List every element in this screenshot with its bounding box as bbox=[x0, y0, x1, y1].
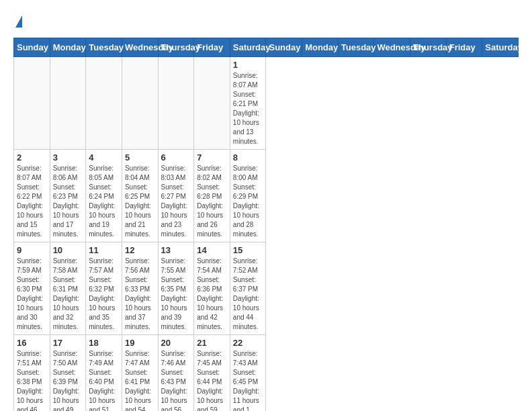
calendar-cell: 15Sunrise: 7:52 AM Sunset: 6:37 PM Dayli… bbox=[230, 242, 266, 335]
day-number: 14 bbox=[197, 245, 227, 255]
calendar-day-header: Sunday bbox=[14, 38, 50, 57]
day-info: Sunrise: 7:55 AM Sunset: 6:35 PM Dayligh… bbox=[161, 257, 191, 332]
day-number: 22 bbox=[233, 338, 263, 348]
logo-triangle-icon bbox=[15, 15, 22, 28]
calendar-cell: 14Sunrise: 7:54 AM Sunset: 6:36 PM Dayli… bbox=[194, 242, 230, 335]
calendar-cell: 21Sunrise: 7:45 AM Sunset: 6:44 PM Dayli… bbox=[194, 335, 230, 412]
day-info: Sunrise: 7:43 AM Sunset: 6:45 PM Dayligh… bbox=[233, 349, 263, 411]
day-number: 10 bbox=[53, 245, 83, 255]
logo bbox=[13, 13, 22, 31]
day-number: 9 bbox=[17, 245, 47, 255]
calendar-week-row: 16Sunrise: 7:51 AM Sunset: 6:38 PM Dayli… bbox=[14, 335, 519, 412]
calendar-week-row: 1Sunrise: 8:07 AM Sunset: 6:21 PM Daylig… bbox=[14, 57, 519, 150]
calendar-cell: 18Sunrise: 7:49 AM Sunset: 6:40 PM Dayli… bbox=[86, 335, 122, 412]
day-info: Sunrise: 7:46 AM Sunset: 6:43 PM Dayligh… bbox=[161, 349, 191, 411]
calendar-cell: 13Sunrise: 7:55 AM Sunset: 6:35 PM Dayli… bbox=[158, 242, 194, 335]
day-info: Sunrise: 8:04 AM Sunset: 6:25 PM Dayligh… bbox=[125, 164, 155, 239]
day-number: 15 bbox=[233, 245, 263, 255]
calendar-cell: 6Sunrise: 8:03 AM Sunset: 6:27 PM Daylig… bbox=[158, 150, 194, 242]
day-info: Sunrise: 7:56 AM Sunset: 6:33 PM Dayligh… bbox=[125, 257, 155, 332]
day-number: 8 bbox=[233, 152, 263, 163]
day-info: Sunrise: 8:06 AM Sunset: 6:23 PM Dayligh… bbox=[53, 164, 83, 239]
day-number: 20 bbox=[161, 338, 191, 348]
calendar-cell: 22Sunrise: 7:43 AM Sunset: 6:45 PM Dayli… bbox=[230, 335, 266, 412]
weekday-header: Friday bbox=[446, 38, 482, 57]
calendar-cell bbox=[14, 57, 50, 150]
calendar-cell: 9Sunrise: 7:59 AM Sunset: 6:30 PM Daylig… bbox=[14, 242, 50, 335]
day-info: Sunrise: 8:05 AM Sunset: 6:24 PM Dayligh… bbox=[89, 164, 119, 239]
calendar-day-header: Thursday bbox=[158, 38, 194, 57]
day-number: 13 bbox=[161, 245, 191, 255]
calendar-cell bbox=[122, 57, 158, 150]
calendar-week-row: 2Sunrise: 8:07 AM Sunset: 6:22 PM Daylig… bbox=[14, 150, 519, 242]
day-info: Sunrise: 7:59 AM Sunset: 6:30 PM Dayligh… bbox=[17, 257, 47, 332]
day-info: Sunrise: 8:02 AM Sunset: 6:28 PM Dayligh… bbox=[197, 164, 227, 239]
calendar-cell: 20Sunrise: 7:46 AM Sunset: 6:43 PM Dayli… bbox=[158, 335, 194, 412]
calendar-table: SundayMondayTuesdayWednesdayThursdayFrid… bbox=[13, 38, 519, 411]
day-number: 5 bbox=[125, 152, 155, 163]
calendar-cell: 19Sunrise: 7:47 AM Sunset: 6:41 PM Dayli… bbox=[122, 335, 158, 412]
calendar-cell: 5Sunrise: 8:04 AM Sunset: 6:25 PM Daylig… bbox=[122, 150, 158, 242]
calendar-cell: 4Sunrise: 8:05 AM Sunset: 6:24 PM Daylig… bbox=[86, 150, 122, 242]
day-number: 7 bbox=[197, 152, 227, 163]
day-number: 2 bbox=[17, 152, 47, 163]
calendar-cell: 11Sunrise: 7:57 AM Sunset: 6:32 PM Dayli… bbox=[86, 242, 122, 335]
weekday-header: Tuesday bbox=[338, 38, 374, 57]
calendar-cell: 12Sunrise: 7:56 AM Sunset: 6:33 PM Dayli… bbox=[122, 242, 158, 335]
day-info: Sunrise: 7:51 AM Sunset: 6:38 PM Dayligh… bbox=[17, 349, 47, 411]
calendar-header-row: SundayMondayTuesdayWednesdayThursdayFrid… bbox=[14, 38, 519, 57]
day-number: 3 bbox=[53, 152, 83, 163]
day-info: Sunrise: 8:07 AM Sunset: 6:22 PM Dayligh… bbox=[17, 164, 47, 239]
day-info: Sunrise: 7:47 AM Sunset: 6:41 PM Dayligh… bbox=[125, 349, 155, 411]
calendar-cell: 10Sunrise: 7:58 AM Sunset: 6:31 PM Dayli… bbox=[50, 242, 86, 335]
calendar-cell bbox=[86, 57, 122, 150]
calendar-cell: 16Sunrise: 7:51 AM Sunset: 6:38 PM Dayli… bbox=[14, 335, 50, 412]
calendar-cell: 3Sunrise: 8:06 AM Sunset: 6:23 PM Daylig… bbox=[50, 150, 86, 242]
calendar-cell bbox=[194, 57, 230, 150]
day-number: 6 bbox=[161, 152, 191, 163]
day-info: Sunrise: 7:45 AM Sunset: 6:44 PM Dayligh… bbox=[197, 349, 227, 411]
day-info: Sunrise: 7:49 AM Sunset: 6:40 PM Dayligh… bbox=[89, 349, 119, 411]
calendar-week-row: 9Sunrise: 7:59 AM Sunset: 6:30 PM Daylig… bbox=[14, 242, 519, 335]
calendar-cell: 8Sunrise: 8:00 AM Sunset: 6:29 PM Daylig… bbox=[230, 150, 266, 242]
day-info: Sunrise: 7:58 AM Sunset: 6:31 PM Dayligh… bbox=[53, 257, 83, 332]
calendar-day-header: Friday bbox=[194, 38, 230, 57]
calendar-cell bbox=[158, 57, 194, 150]
calendar-day-header: Tuesday bbox=[86, 38, 122, 57]
calendar-day-header: Wednesday bbox=[122, 38, 158, 57]
day-info: Sunrise: 7:57 AM Sunset: 6:32 PM Dayligh… bbox=[89, 257, 119, 332]
day-number: 16 bbox=[17, 338, 47, 348]
calendar-cell: 7Sunrise: 8:02 AM Sunset: 6:28 PM Daylig… bbox=[194, 150, 230, 242]
day-number: 17 bbox=[53, 338, 83, 348]
calendar-cell bbox=[50, 57, 86, 150]
calendar-day-header: Monday bbox=[50, 38, 86, 57]
calendar-cell: 2Sunrise: 8:07 AM Sunset: 6:22 PM Daylig… bbox=[14, 150, 50, 242]
weekday-header: Wednesday bbox=[374, 38, 410, 57]
calendar-day-header: Saturday bbox=[230, 38, 266, 57]
calendar-cell: 1Sunrise: 8:07 AM Sunset: 6:21 PM Daylig… bbox=[230, 57, 266, 150]
day-number: 11 bbox=[89, 245, 119, 255]
day-number: 12 bbox=[125, 245, 155, 255]
day-info: Sunrise: 8:03 AM Sunset: 6:27 PM Dayligh… bbox=[161, 164, 191, 239]
page-header bbox=[13, 13, 519, 31]
day-info: Sunrise: 7:50 AM Sunset: 6:39 PM Dayligh… bbox=[53, 349, 83, 411]
calendar-cell: 17Sunrise: 7:50 AM Sunset: 6:39 PM Dayli… bbox=[50, 335, 86, 412]
weekday-header: Saturday bbox=[482, 38, 519, 57]
day-info: Sunrise: 8:00 AM Sunset: 6:29 PM Dayligh… bbox=[233, 164, 263, 239]
day-info: Sunrise: 8:07 AM Sunset: 6:21 PM Dayligh… bbox=[233, 71, 263, 146]
day-number: 4 bbox=[89, 152, 119, 163]
day-number: 18 bbox=[89, 338, 119, 348]
weekday-header: Thursday bbox=[410, 38, 447, 57]
weekday-header: Sunday bbox=[266, 38, 302, 57]
day-number: 1 bbox=[233, 60, 263, 70]
weekday-header: Monday bbox=[302, 38, 339, 57]
day-number: 19 bbox=[125, 338, 155, 348]
day-info: Sunrise: 7:52 AM Sunset: 6:37 PM Dayligh… bbox=[233, 257, 263, 332]
day-number: 21 bbox=[197, 338, 227, 348]
day-info: Sunrise: 7:54 AM Sunset: 6:36 PM Dayligh… bbox=[197, 257, 227, 332]
